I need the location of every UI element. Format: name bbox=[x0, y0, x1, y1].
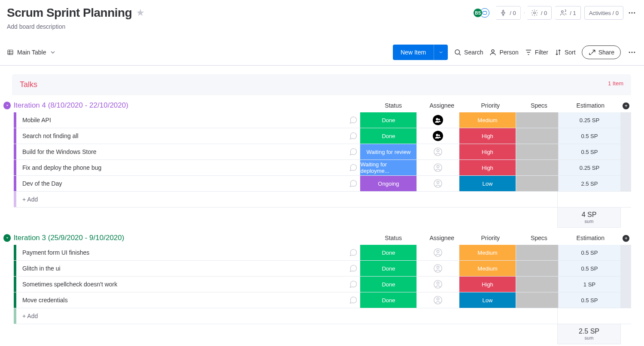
assignee-cell[interactable] bbox=[417, 112, 459, 128]
main-table-view-tab[interactable]: Main Table bbox=[7, 49, 56, 56]
item-name[interactable]: Mobile API bbox=[16, 112, 347, 128]
group-title[interactable]: Iteration 3 (25/9/2020 - 9/10/2020) bbox=[13, 234, 365, 242]
estimation-cell[interactable]: 2.5 SP bbox=[559, 176, 621, 191]
estimation-cell[interactable]: 0.25 SP bbox=[559, 112, 621, 128]
assignee-cell[interactable] bbox=[417, 261, 459, 276]
chat-icon[interactable] bbox=[347, 112, 361, 128]
status-cell[interactable]: Done bbox=[360, 261, 417, 276]
chat-icon[interactable] bbox=[347, 176, 361, 191]
priority-cell[interactable]: High bbox=[459, 277, 516, 292]
column-header-assignee[interactable]: Assignee bbox=[421, 235, 463, 241]
assignee-cell[interactable] bbox=[417, 245, 459, 260]
specs-cell[interactable] bbox=[516, 261, 559, 276]
table-row[interactable]: Payment form UI finishes Done Medium 0.5… bbox=[14, 245, 631, 261]
assignee-cell[interactable] bbox=[417, 277, 459, 292]
add-item-label[interactable]: + Add bbox=[16, 308, 347, 324]
add-item-row[interactable]: + Add bbox=[14, 192, 631, 208]
more-options-icon[interactable] bbox=[627, 48, 637, 57]
assignee-cell[interactable] bbox=[417, 292, 459, 308]
assignee-cell[interactable] bbox=[417, 160, 459, 175]
estimation-cell[interactable]: 0.5 SP bbox=[559, 128, 621, 144]
share-button[interactable]: Share bbox=[582, 45, 621, 59]
table-row[interactable]: Search not finding all Done High 0.5 SP bbox=[14, 128, 631, 144]
status-cell[interactable]: Ongoing bbox=[360, 176, 417, 191]
status-cell[interactable]: Done bbox=[360, 128, 417, 144]
board-avatars[interactable]: BS bbox=[473, 8, 489, 18]
estimation-cell[interactable]: 0.25 SP bbox=[559, 160, 621, 175]
specs-cell[interactable] bbox=[516, 176, 559, 191]
estimation-cell[interactable]: 1 SP bbox=[559, 277, 621, 292]
status-cell[interactable]: Done bbox=[360, 245, 417, 260]
column-header-assignee[interactable]: Assignee bbox=[421, 102, 463, 109]
priority-cell[interactable]: Low bbox=[459, 292, 516, 308]
chat-icon[interactable] bbox=[347, 160, 361, 175]
item-name[interactable]: Move credentials bbox=[16, 292, 347, 308]
status-cell[interactable]: Done bbox=[360, 112, 417, 128]
item-name[interactable]: Fix and deploy the phone bug bbox=[16, 160, 347, 175]
board-title[interactable]: Scrum Sprint Planning bbox=[7, 6, 132, 20]
favorite-star-icon[interactable]: ★ bbox=[136, 7, 145, 18]
members-pill[interactable]: / 1 bbox=[555, 6, 580, 20]
priority-cell[interactable]: Medium bbox=[459, 112, 516, 128]
priority-cell[interactable]: Medium bbox=[459, 245, 516, 260]
table-row[interactable]: Mobile API Done Medium 0.25 SP bbox=[14, 112, 631, 128]
chat-icon[interactable] bbox=[347, 292, 361, 308]
column-header-specs[interactable]: Specs bbox=[518, 102, 560, 109]
filter-button[interactable]: Filter bbox=[525, 48, 548, 56]
collapse-group-button[interactable] bbox=[3, 102, 11, 109]
table-row[interactable]: Glitch in the ui Done Medium 0.5 SP bbox=[14, 261, 631, 277]
chat-icon[interactable] bbox=[347, 261, 361, 276]
table-row[interactable]: Sometimes spellcheck doesn't work Done H… bbox=[14, 277, 631, 292]
estimation-cell[interactable]: 0.5 SP bbox=[559, 261, 621, 276]
specs-cell[interactable] bbox=[516, 245, 559, 260]
specs-cell[interactable] bbox=[516, 292, 559, 308]
collapse-group-button[interactable] bbox=[3, 234, 11, 242]
add-item-row[interactable]: + Add bbox=[14, 308, 631, 324]
table-row[interactable]: Dev of the Day Ongoing Low 2.5 SP bbox=[14, 176, 631, 192]
search-button[interactable]: Search bbox=[454, 48, 483, 56]
column-header-estimation[interactable]: Estimation bbox=[560, 102, 621, 109]
item-name[interactable]: Build for the Windows Store bbox=[16, 144, 347, 159]
table-row[interactable]: Move credentials Done Low 0.5 SP bbox=[14, 292, 631, 308]
activities-pill[interactable]: Activities / 0 bbox=[584, 6, 623, 20]
estimation-cell[interactable]: 0.5 SP bbox=[559, 245, 621, 260]
sort-button[interactable]: Sort bbox=[554, 48, 576, 56]
priority-cell[interactable]: High bbox=[459, 160, 516, 175]
status-cell[interactable]: Waiting for review bbox=[360, 144, 417, 159]
integration-pill-1[interactable]: / 0 bbox=[493, 6, 520, 20]
group-title[interactable]: Iteration 4 (8/10/2020 - 22/10/2020) bbox=[13, 101, 365, 110]
assignee-cell[interactable] bbox=[417, 128, 459, 144]
item-name[interactable]: Sometimes spellcheck doesn't work bbox=[16, 277, 347, 292]
chat-icon[interactable] bbox=[347, 245, 361, 260]
column-header-status[interactable]: Status bbox=[365, 102, 421, 109]
chat-icon[interactable] bbox=[347, 277, 361, 292]
assignee-cell[interactable] bbox=[417, 144, 459, 159]
priority-cell[interactable]: Low bbox=[459, 176, 516, 191]
add-item-label[interactable]: + Add bbox=[16, 192, 347, 207]
new-item-button[interactable]: New Item bbox=[393, 45, 448, 60]
item-name[interactable]: Search not finding all bbox=[16, 128, 347, 144]
specs-cell[interactable] bbox=[516, 144, 559, 159]
chat-icon[interactable] bbox=[347, 144, 361, 159]
person-filter-button[interactable]: Person bbox=[489, 48, 518, 56]
status-cell[interactable]: Done bbox=[360, 292, 417, 308]
add-column-button[interactable]: + bbox=[621, 102, 631, 109]
column-header-priority[interactable]: Priority bbox=[463, 102, 519, 109]
assignee-cell[interactable] bbox=[417, 176, 459, 191]
column-header-specs[interactable]: Specs bbox=[518, 235, 560, 241]
add-column-button[interactable]: + bbox=[621, 235, 631, 242]
specs-cell[interactable] bbox=[516, 277, 559, 292]
specs-cell[interactable] bbox=[516, 128, 559, 144]
column-header-estimation[interactable]: Estimation bbox=[560, 235, 621, 241]
priority-cell[interactable]: High bbox=[459, 144, 516, 159]
chat-icon[interactable] bbox=[347, 128, 361, 144]
column-header-priority[interactable]: Priority bbox=[463, 235, 519, 241]
status-cell[interactable]: Done bbox=[360, 277, 417, 292]
item-name[interactable]: Dev of the Day bbox=[16, 176, 347, 191]
more-options-icon[interactable] bbox=[627, 9, 637, 17]
item-name[interactable]: Glitch in the ui bbox=[16, 261, 347, 276]
specs-cell[interactable] bbox=[516, 112, 559, 128]
status-cell[interactable]: Waiting for deployme... bbox=[360, 160, 417, 175]
table-row[interactable]: Fix and deploy the phone bug Waiting for… bbox=[14, 160, 631, 176]
estimation-cell[interactable]: 0.5 SP bbox=[559, 144, 621, 159]
